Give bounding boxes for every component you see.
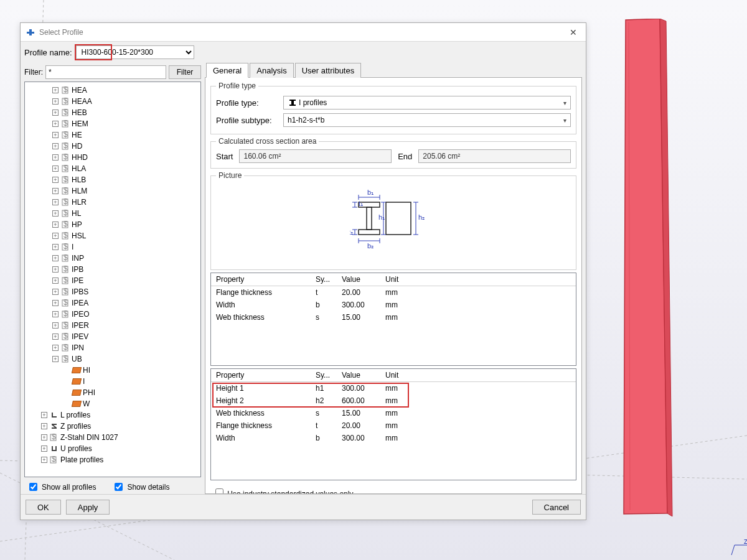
expand-icon[interactable]: + — [52, 322, 59, 329]
properties-table-1[interactable]: PropertySy...ValueUnitFlange thicknesst2… — [210, 273, 576, 366]
tree-item-inp[interactable]: +$INP — [25, 253, 200, 264]
tree-item-ipbs[interactable]: +$IPBS — [25, 286, 200, 297]
svg-text:t₁: t₁ — [359, 200, 363, 207]
expand-icon[interactable]: + — [41, 412, 47, 418]
tree-leaf-w[interactable]: W — [25, 398, 200, 409]
tree-item-hhd[interactable]: +$HHD — [25, 152, 200, 163]
expand-icon[interactable]: + — [52, 222, 59, 228]
expand-icon[interactable]: + — [52, 132, 59, 138]
tree-leaf-i[interactable]: I — [25, 376, 200, 387]
tree-item-ipe[interactable]: +$IPE — [25, 275, 200, 286]
expand-icon[interactable]: + — [52, 334, 59, 340]
tree-item-hp[interactable]: +$HP — [25, 219, 200, 230]
cancel-button[interactable]: Cancel — [532, 500, 581, 515]
tree-item-hsl[interactable]: +$HSL — [25, 230, 200, 241]
expand-icon[interactable]: + — [41, 423, 47, 429]
tree-item-heb[interactable]: +$HEB — [25, 107, 200, 118]
tree-item-heaa[interactable]: +$HEAA — [25, 96, 200, 107]
expand-icon[interactable]: + — [52, 266, 59, 273]
calc-start-value: 160.06 cm² — [239, 149, 392, 163]
node-label: PHI — [83, 388, 95, 397]
expand-icon[interactable]: + — [52, 121, 59, 127]
tree-item-iper[interactable]: +$IPER — [25, 320, 200, 331]
tree-item-z-stahl-din-1027[interactable]: +$Z-Stahl DIN 1027 — [25, 432, 200, 443]
expand-icon[interactable]: + — [41, 446, 47, 452]
tree-item-i[interactable]: +$I — [25, 241, 200, 253]
tree-item-hlr[interactable]: +$HLR — [25, 197, 200, 208]
tree-item-hlm[interactable]: +$HLM — [25, 185, 200, 197]
filter-label: Filter: — [24, 68, 43, 77]
expand-icon[interactable]: + — [52, 110, 59, 116]
tree-item-he[interactable]: +$HE — [25, 129, 200, 141]
tree-leaf-phi[interactable]: PHI — [25, 387, 200, 398]
filter-input[interactable] — [45, 65, 166, 79]
expand-icon[interactable]: + — [52, 278, 59, 284]
tree-item-hla[interactable]: +$HLA — [25, 163, 200, 174]
tree-item-l-profiles[interactable]: +L profiles — [25, 409, 200, 421]
tree-item-hlb[interactable]: +$HLB — [25, 174, 200, 185]
tree-item-ipb[interactable]: +$IPB — [25, 264, 200, 275]
tree-item-ub[interactable]: +$UB — [25, 353, 200, 365]
tree-item-hea[interactable]: +$HEA — [25, 85, 200, 96]
tab-analysis[interactable]: Analysis — [250, 63, 293, 78]
expand-icon[interactable]: + — [52, 177, 59, 183]
tree-item-hem[interactable]: +$HEM — [25, 118, 200, 129]
tree-item-ipeo[interactable]: +$IPEO — [25, 309, 200, 320]
profile-type-select[interactable]: I profiles ▾ — [283, 96, 571, 110]
table-row[interactable]: Height 2h2600.00mm — [211, 394, 576, 407]
expand-icon[interactable]: + — [52, 345, 59, 351]
expand-icon[interactable]: + — [52, 244, 59, 250]
profile-subtype-select[interactable]: h1-h2-s-t*b ▾ — [283, 113, 571, 127]
tree-item-u-profiles[interactable]: +U profiles — [25, 443, 200, 454]
profile-name-combo[interactable]: HI300-600-15-20*300 — [76, 45, 194, 59]
table-row[interactable]: Height 1h1300.00mm — [211, 382, 576, 394]
expand-icon[interactable]: + — [52, 300, 59, 306]
expand-icon[interactable]: + — [52, 98, 59, 105]
properties-table-2[interactable]: PropertySy...ValueUnitHeight 1h1300.00mm… — [210, 368, 576, 480]
expand-icon[interactable]: + — [52, 311, 59, 317]
expand-icon[interactable]: + — [52, 143, 59, 149]
table-row[interactable]: Web thicknesss15.00mm — [211, 311, 576, 324]
profile-tree[interactable]: +$HEA+$HEAA+$HEB+$HEM+$HE+$HD+$HHD+$HLA+… — [24, 82, 201, 477]
show-details-checkbox[interactable]: Show details — [112, 481, 169, 493]
expand-icon[interactable]: + — [52, 199, 59, 205]
table-row[interactable]: Flange thicknesst20.00mm — [211, 286, 576, 299]
svg-text:b₁: b₁ — [367, 190, 374, 196]
close-button[interactable]: ✕ — [566, 26, 581, 39]
expand-icon[interactable]: + — [52, 87, 59, 93]
expand-icon[interactable]: + — [52, 210, 59, 217]
profile-name-select[interactable]: HI300-600-15-20*300 — [76, 45, 194, 59]
node-label: INP — [72, 254, 84, 263]
expand-icon[interactable]: + — [41, 434, 47, 441]
tree-item-plate-profiles[interactable]: +$Plate profiles — [25, 454, 200, 465]
tab-user-attributes[interactable]: User attributes — [295, 63, 362, 78]
tree-item-hl[interactable]: +$HL — [25, 208, 200, 219]
node-label: I — [72, 243, 73, 251]
tree-leaf-hi[interactable]: HI — [25, 365, 200, 376]
expand-icon[interactable]: + — [52, 166, 59, 172]
ok-button[interactable]: OK — [26, 500, 61, 515]
table-row[interactable]: Widthb300.00mm — [211, 299, 576, 311]
tree-item-ipn[interactable]: +$IPN — [25, 342, 200, 353]
expand-icon[interactable]: + — [52, 233, 59, 239]
tab-general[interactable]: General — [206, 63, 248, 78]
expand-icon[interactable]: + — [52, 154, 59, 161]
expand-icon[interactable]: + — [52, 289, 59, 295]
filter-button[interactable]: Filter — [169, 65, 201, 79]
tree-item-ipea[interactable]: +$IPEA — [25, 297, 200, 309]
expand-icon[interactable]: + — [52, 356, 59, 362]
expand-icon[interactable]: + — [52, 255, 59, 261]
apply-button[interactable]: Apply — [66, 500, 110, 515]
show-all-checkbox[interactable]: Show all profiles — [27, 481, 96, 493]
expand-icon[interactable]: + — [52, 188, 59, 194]
tree-item-hd[interactable]: +$HD — [25, 141, 200, 152]
node-icon: $ — [61, 153, 70, 162]
expand-icon[interactable]: + — [41, 457, 47, 463]
table-row[interactable]: Flange thicknesst20.00mm — [211, 419, 576, 432]
table-row[interactable]: Web thicknesss15.00mm — [211, 407, 576, 419]
tree-item-ipev[interactable]: +$IPEV — [25, 331, 200, 342]
node-label: Plate profiles — [60, 455, 103, 464]
use-industry-checkbox[interactable]: Use industry standardized values only — [213, 487, 353, 494]
table-row[interactable]: Widthb300.00mm — [211, 432, 576, 444]
tree-item-z-profiles[interactable]: +Z profiles — [25, 421, 200, 432]
